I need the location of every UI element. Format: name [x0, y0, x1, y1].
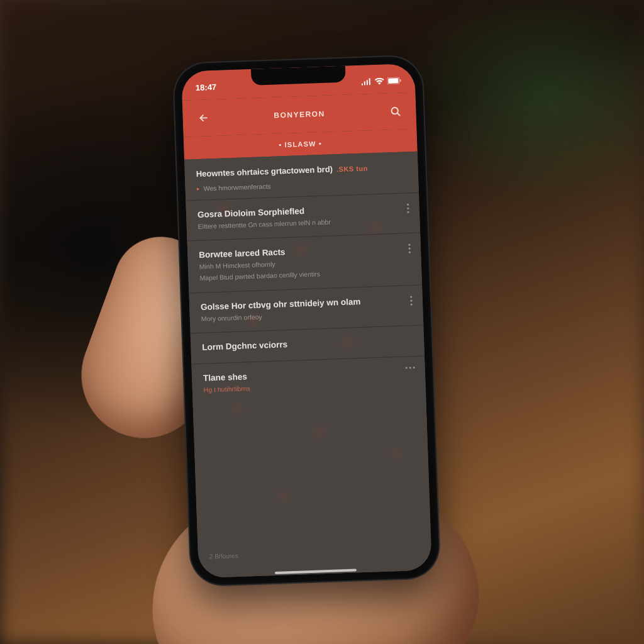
signal-icon — [362, 78, 372, 86]
item-more-button[interactable] — [406, 367, 415, 369]
home-indicator[interactable] — [274, 569, 356, 574]
back-button[interactable] — [194, 108, 213, 128]
svg-point-12 — [410, 299, 412, 301]
section-header: Heowntes ohrtaics grtactowen brd) .SKS t… — [184, 152, 419, 201]
item-more-button[interactable] — [408, 243, 411, 255]
more-vertical-icon — [408, 243, 411, 253]
svg-point-7 — [407, 211, 409, 213]
svg-line-4 — [397, 113, 399, 115]
list-item[interactable]: Borwtee larced Racts Minh M Himckest ofh… — [187, 233, 422, 292]
battery-icon — [387, 77, 401, 84]
item-more-button[interactable] — [410, 296, 413, 308]
search-button[interactable] — [386, 101, 405, 121]
svg-rect-1 — [388, 78, 398, 84]
section-title-accent: .SKS tun — [336, 164, 368, 173]
header-title: BONYERON — [274, 109, 325, 120]
footer-meta: 2 B/foures — [209, 552, 238, 560]
svg-point-6 — [407, 208, 409, 209]
svg-point-9 — [408, 248, 410, 250]
section-subtitle: Wes hmorwmenferacts — [203, 182, 271, 192]
svg-point-10 — [409, 252, 411, 253]
list-item[interactable]: Gosra Dioloim Sorphiefled Eittere restte… — [186, 193, 420, 241]
section-title-main: Heowntes ohrtaics grtactowen brd) — [196, 164, 333, 179]
svg-point-13 — [411, 303, 413, 305]
chevron-right-icon: ▸ — [196, 186, 199, 192]
wifi-icon — [375, 77, 384, 85]
subheader-label: • ISLASW • — [279, 140, 322, 148]
arrow-left-icon — [197, 112, 209, 124]
notch — [250, 66, 345, 86]
item-more-button[interactable] — [407, 203, 410, 215]
search-icon — [389, 105, 402, 118]
list-item[interactable]: Tlane shes Hg t hutihrtibrns — [191, 356, 426, 404]
phone-device: 18:47 BONYERON • ISLASW • — [174, 55, 440, 586]
svg-point-11 — [410, 296, 412, 297]
svg-point-5 — [407, 204, 409, 206]
more-vertical-icon — [407, 203, 410, 213]
item-title: Lorm Dgchnc vciorrs — [202, 335, 413, 352]
svg-point-8 — [408, 244, 410, 246]
list-item[interactable]: Golsse Hor ctbvg ohr sttnideiy wn olam M… — [189, 285, 423, 333]
more-horizontal-icon — [406, 367, 415, 369]
phone-screen: 18:47 BONYERON • ISLASW • — [181, 64, 432, 578]
svg-rect-2 — [400, 79, 401, 82]
status-indicators — [362, 77, 401, 85]
content-scroll[interactable]: Heowntes ohrtaics grtactowen brd) .SKS t… — [184, 152, 432, 579]
status-time: 18:47 — [196, 82, 217, 92]
more-vertical-icon — [410, 296, 413, 306]
